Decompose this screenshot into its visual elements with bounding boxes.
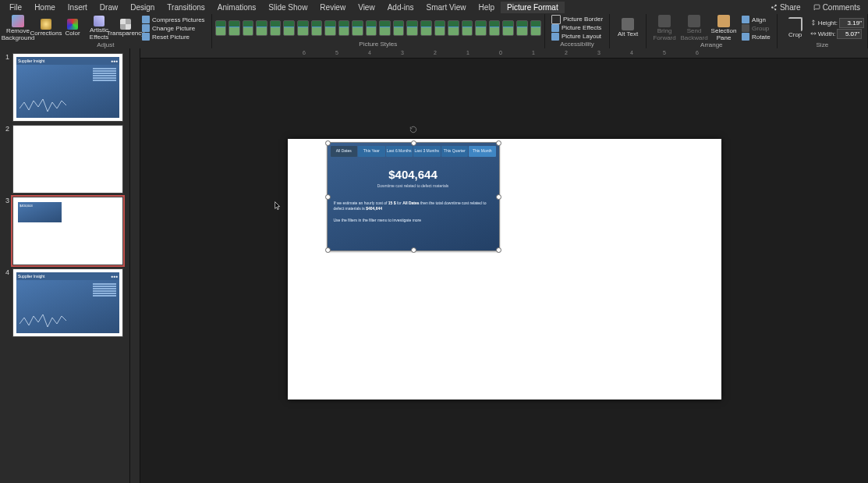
picture-style-thumb[interactable]: [502, 20, 514, 36]
resize-handle[interactable]: [325, 140, 331, 146]
corrections-button[interactable]: Corrections: [33, 15, 59, 41]
picture-style-thumb[interactable]: [311, 20, 323, 36]
picture-style-thumb[interactable]: [283, 20, 295, 36]
slide-thumb-2[interactable]: 2: [0, 123, 129, 195]
width-icon: [810, 30, 817, 37]
picture-style-thumb[interactable]: [489, 20, 501, 36]
resize-handle[interactable]: [325, 194, 331, 200]
height-field[interactable]: Height:3.19": [810, 18, 864, 27]
image-tab: This Month: [469, 146, 496, 157]
group-button[interactable]: Group: [739, 24, 774, 33]
resize-handle[interactable]: [496, 194, 501, 200]
picture-style-thumb[interactable]: [434, 20, 446, 36]
image-tab: Last 3 Months: [413, 146, 441, 157]
selection-pane-button[interactable]: Selection Pane: [709, 15, 739, 41]
resize-handle[interactable]: [411, 247, 416, 253]
menu-tabs: File Home Insert Draw Design Transitions…: [0, 0, 868, 14]
picture-style-thumb[interactable]: [448, 20, 459, 36]
resize-handle[interactable]: [496, 247, 501, 253]
picture-style-thumb[interactable]: [256, 20, 267, 36]
picture-style-thumb[interactable]: [379, 20, 391, 36]
transparency-button[interactable]: Transparency: [112, 15, 139, 41]
image-tabs: All Dates This Year Last 6 Months Last 3…: [331, 146, 496, 157]
picture-style-thumb[interactable]: [393, 20, 405, 36]
image-line2: Use the filters in the filter menu to in…: [334, 218, 493, 223]
picture-style-thumb[interactable]: [324, 20, 336, 36]
tab-review[interactable]: Review: [314, 2, 352, 13]
slide-canvas[interactable]: All Dates This Year Last 6 Months Last 3…: [288, 139, 721, 400]
slide-thumb-3[interactable]: 3 $404,644: [0, 195, 129, 267]
tab-smart-view[interactable]: Smart View: [420, 2, 473, 13]
picture-style-gallery[interactable]: [215, 20, 541, 37]
picture-style-thumb[interactable]: [420, 20, 432, 36]
picture-style-thumb[interactable]: [475, 20, 487, 36]
picture-style-thumb[interactable]: [530, 20, 541, 36]
vertical-ruler: [130, 48, 140, 483]
picture-style-thumb[interactable]: [270, 20, 282, 36]
picture-style-thumb[interactable]: [243, 20, 254, 36]
tab-help[interactable]: Help: [473, 2, 501, 13]
group-alt-text: Alt Text: [610, 14, 647, 48]
resize-handle[interactable]: [411, 140, 416, 146]
compress-pictures-button[interactable]: Compress Pictures: [139, 16, 208, 24]
image-line1: If we estimate an hourly cost of 15 $ fo…: [334, 201, 493, 211]
picture-border-button[interactable]: Picture Border: [548, 15, 606, 23]
share-button[interactable]: Share: [766, 2, 806, 13]
tab-slide-show[interactable]: Slide Show: [262, 2, 314, 13]
tab-animations[interactable]: Animations: [211, 2, 262, 13]
picture-style-thumb[interactable]: [516, 20, 528, 36]
color-button[interactable]: Color: [59, 15, 86, 41]
picture-style-thumb[interactable]: [406, 20, 418, 36]
slide-editor[interactable]: 6 5 4 3 2 1 0 1 2 3 4 5 6 All Dates This…: [140, 48, 868, 483]
rotate-button[interactable]: Rotate: [739, 33, 774, 41]
image-tab: Last 6 Months: [386, 146, 413, 157]
chart-icon: [19, 94, 66, 115]
picture-effects-button[interactable]: Picture Effects: [548, 23, 606, 32]
tab-home[interactable]: Home: [28, 2, 62, 13]
group-label-adjust: Adjust: [3, 41, 208, 48]
picture-layout-button[interactable]: Picture Layout: [548, 32, 606, 41]
width-field[interactable]: Width:5.07": [810, 29, 864, 38]
tab-picture-format[interactable]: Picture Format: [501, 2, 565, 13]
group-label-arrange: Arrange: [650, 41, 774, 48]
group-label-size: Size: [781, 41, 864, 48]
image-value: $404,644: [328, 168, 499, 181]
comments-button[interactable]: Comments: [809, 2, 865, 13]
group-size: Crop Height:3.19" Width:5.07" Size: [778, 14, 868, 48]
tab-view[interactable]: View: [352, 2, 381, 13]
picture-style-thumb[interactable]: [352, 20, 363, 36]
tab-design[interactable]: Design: [124, 2, 161, 13]
align-button[interactable]: Align: [739, 16, 774, 24]
picture-style-thumb[interactable]: [229, 20, 240, 36]
picture-style-thumb[interactable]: [338, 20, 350, 36]
picture-style-thumb[interactable]: [215, 20, 227, 36]
artistic-effects-button[interactable]: Artistic Effects: [86, 15, 112, 41]
resize-handle[interactable]: [496, 140, 501, 146]
rotate-handle-icon[interactable]: [409, 126, 417, 133]
remove-background-button[interactable]: Remove Background: [3, 15, 33, 41]
tab-file[interactable]: File: [3, 2, 28, 13]
alt-text-button[interactable]: Alt Text: [613, 15, 643, 41]
slide-thumb-4[interactable]: 4 Supplier Insight●●●: [0, 267, 129, 339]
send-backward-button[interactable]: Send Backward: [679, 15, 709, 41]
tab-add-ins[interactable]: Add-ins: [381, 2, 420, 13]
picture-style-thumb[interactable]: [297, 20, 309, 36]
image-tab: This Quarter: [441, 146, 469, 157]
resize-handle[interactable]: [325, 247, 331, 253]
bring-forward-button[interactable]: Bring Forward: [650, 15, 679, 41]
picture-style-thumb[interactable]: [462, 20, 473, 36]
change-picture-button[interactable]: Change Picture: [139, 24, 208, 33]
group-arrange: Bring Forward Send Backward Selection Pa…: [647, 14, 778, 48]
picture-style-thumb[interactable]: [366, 20, 377, 36]
tab-draw[interactable]: Draw: [94, 2, 124, 13]
reset-picture-button[interactable]: Reset Picture: [139, 33, 208, 41]
height-icon: [810, 20, 817, 26]
slide-panel[interactable]: 1 Supplier Insight●●● 2 3 $404,644: [0, 48, 130, 483]
group-label-styles: Picture Styles: [215, 41, 541, 48]
crop-button[interactable]: Crop: [781, 15, 810, 41]
selected-image[interactable]: All Dates This Year Last 6 Months Last 3…: [327, 142, 500, 251]
share-icon: [771, 4, 778, 11]
tab-insert[interactable]: Insert: [62, 2, 94, 13]
slide-thumb-1[interactable]: 1 Supplier Insight●●●: [0, 51, 129, 123]
tab-transitions[interactable]: Transitions: [161, 2, 211, 13]
